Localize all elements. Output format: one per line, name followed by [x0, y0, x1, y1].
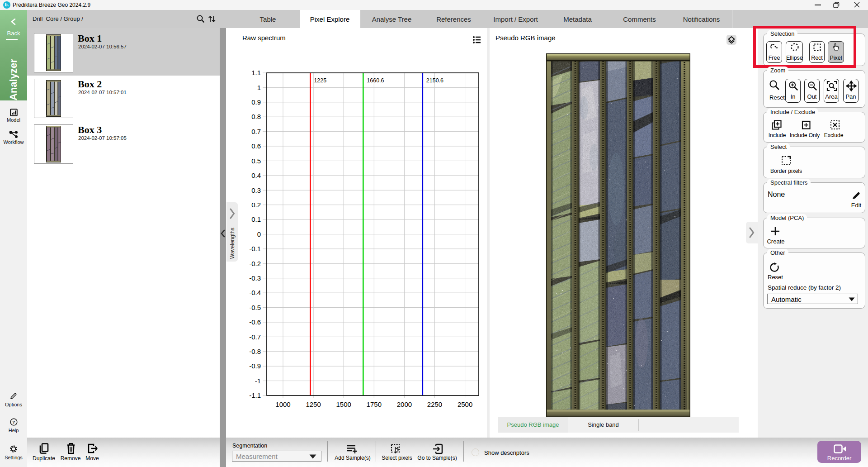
svg-text:0.2: 0.2 [251, 201, 261, 209]
svg-text:-0.4: -0.4 [249, 289, 261, 296]
svg-text:-0.6: -0.6 [249, 318, 261, 326]
svg-text:-0.9: -0.9 [249, 362, 261, 370]
svg-text:1225: 1225 [314, 77, 326, 84]
svg-text:0.4: 0.4 [251, 172, 261, 179]
svg-text:1000: 1000 [275, 400, 290, 408]
svg-text:?: ? [13, 419, 15, 424]
svg-text:0.8: 0.8 [251, 113, 261, 120]
svg-text:1660.6: 1660.6 [367, 77, 384, 84]
svg-text:0.9: 0.9 [251, 98, 261, 106]
svg-text:-0.1: -0.1 [249, 245, 261, 253]
svg-text:1750: 1750 [367, 400, 382, 408]
svg-text:2000: 2000 [397, 400, 412, 408]
svg-text:0.6: 0.6 [251, 142, 261, 150]
svg-text:-1: -1 [255, 377, 261, 385]
svg-text:-0.7: -0.7 [249, 333, 261, 341]
svg-text:2150.6: 2150.6 [426, 77, 443, 84]
svg-text:-1.1: -1.1 [249, 391, 261, 399]
svg-text:-0.5: -0.5 [249, 304, 261, 311]
svg-text:0.1: 0.1 [251, 215, 261, 223]
svg-text:1250: 1250 [306, 400, 321, 408]
svg-text:-0.3: -0.3 [249, 274, 261, 282]
svg-text:0.5: 0.5 [251, 157, 261, 165]
svg-text:1.1: 1.1 [251, 69, 261, 76]
svg-text:-0.2: -0.2 [249, 260, 261, 267]
svg-text:2500: 2500 [458, 400, 472, 408]
svg-text:1: 1 [257, 84, 261, 91]
svg-text:1500: 1500 [336, 400, 351, 408]
svg-text:0: 0 [257, 230, 261, 238]
svg-text:2250: 2250 [427, 400, 442, 408]
svg-text:0.7: 0.7 [251, 128, 261, 135]
svg-text:0.3: 0.3 [251, 186, 261, 194]
svg-text:-0.8: -0.8 [249, 348, 261, 355]
